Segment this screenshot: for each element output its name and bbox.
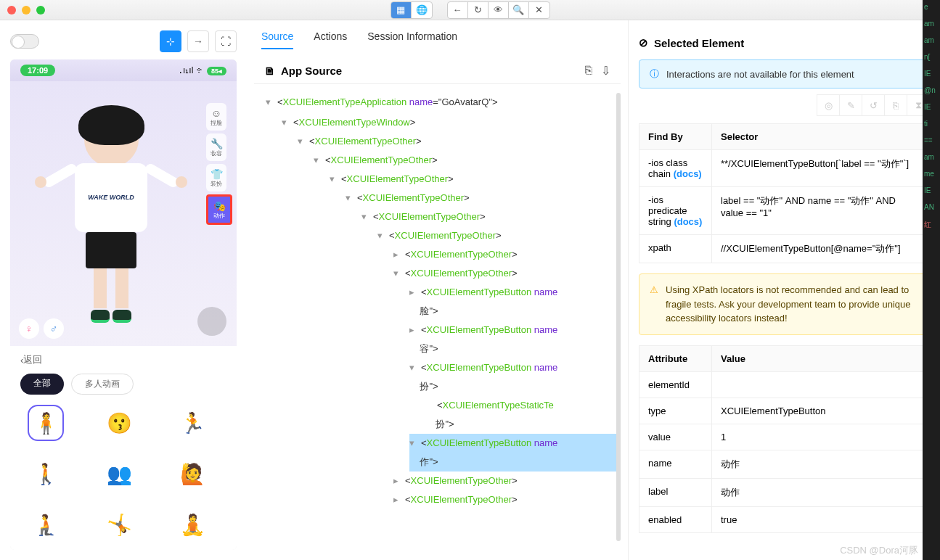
document-icon: 🗎 [264,65,275,77]
avatar-body: WAKE WORLD [75,163,147,232]
minimize-window-button[interactable] [22,6,30,15]
male-button[interactable]: ♂ [44,318,64,339]
copy-xml-button[interactable]: ⎘ [585,64,592,78]
globe-button[interactable]: 🌐 [412,2,432,18]
pose-run-icon[interactable]: 🏃 [175,405,211,441]
tree-node-other[interactable]: ▾<XCUIElementTypeOther> [346,189,616,207]
tree-node-other[interactable]: ▾<XCUIElementTypeOther> [330,170,616,189]
watermark: CSDN @Dora河豚 [840,544,918,557]
close-window-button[interactable] [7,6,16,15]
view-mode-group: ▦ 🌐 [391,1,433,19]
tree-node-other[interactable]: ▾<XCUIElementTypeOther> [361,207,616,226]
pose-kneel-icon[interactable]: 🧎 [28,506,64,543]
tab-source[interactable]: Source [261,30,293,49]
face-tool-icon[interactable]: ☺捏脸 [206,103,226,131]
pose-kiss-icon[interactable]: 😗 [101,405,137,441]
download-xml-button[interactable]: ⇩ [601,64,610,78]
tap-button[interactable]: ◎ [817,94,840,116]
pose-flip-icon[interactable]: 🤸 [101,506,137,543]
pill-all[interactable]: 全部 [20,374,64,395]
dress-tool-icon[interactable]: 👕装扮 [206,164,226,192]
attributes-table: Attribute Value elementId typeXCUIElemen… [639,345,930,533]
side-tool-icons: ☺捏脸 🔧妆容 👕装扮 🎭动作 [206,103,229,225]
gender-buttons: ♀ ♂ [19,318,64,339]
element-actions: ◎ ✎ ↺ ⎘ ⧗ [639,94,930,116]
back-row[interactable]: ‹ 返回 [20,353,226,366]
makeup-tool-icon[interactable]: 🔧妆容 [206,133,226,161]
nav-group: ← ↻ 👁 🔍 ✕ [447,1,550,19]
eye-button[interactable]: 👁 [489,2,509,18]
copy-button[interactable]: ⎘ [884,94,907,116]
tree-node-button-selected[interactable]: ▾<XCUIElementTypeButton name 作"> [409,434,616,472]
tab-actions[interactable]: Actions [314,30,347,49]
table-row: label动作 [639,478,930,506]
tree-node-other[interactable]: ▸<XCUIElementTypeOther> [393,472,616,490]
female-button[interactable]: ♀ [19,318,39,339]
status-indicators: ᎐ı₁ıl ᯤ 85◂ [179,65,226,75]
table-row: typeXCUIElementTypeButton [639,398,930,424]
search-button[interactable]: 🔍 [509,2,529,18]
status-time: 17:09 [20,65,55,76]
pose-stand-icon[interactable]: 🧍 [28,405,64,441]
clear-button[interactable]: ↺ [862,94,885,116]
table-row: -ios predicate string (docs) label == "动… [639,187,930,235]
pose-raise-icon[interactable]: 🙋 [175,456,211,492]
info-alert: ⓘ Interactions are not available for thi… [639,59,930,88]
selected-element-title: Selected Element [654,37,744,49]
mjpeg-toggle[interactable] [10,34,39,49]
main-tabs: Source Actions Session Information [254,30,621,58]
tree-node-button[interactable]: ▸<XCUIElementTypeButton name 脸"> [409,283,616,321]
close-session-button[interactable]: ✕ [529,2,549,18]
maximize-window-button[interactable] [36,6,45,15]
send-keys-button[interactable]: ✎ [839,94,862,116]
table-row: name动作 [639,450,930,478]
source-tree[interactable]: ▾<XCUIElementTypeApplication name="GoAva… [254,84,621,550]
tab-session-info[interactable]: Session Information [367,30,457,49]
app-window: ▦ 🌐 ← ↻ 👁 🔍 ✕ ⊹ → ⛶ [0,0,940,560]
tree-node-button[interactable]: ▸<XCUIElementTypeButton name 容"> [409,321,616,358]
code-editor-sliver: eamam n[IE@n IEti== amme IEAN红 [923,0,940,560]
tree-node-other[interactable]: ▾<XCUIElementTypeOther> [314,151,616,170]
docs-link[interactable]: (docs) [674,168,702,179]
value-header: Value [712,345,930,371]
selector-header: Selector [712,124,930,150]
tree-node-other[interactable]: ▾<XCUIElementTypeOther> [393,264,616,283]
docs-link[interactable]: (docs) [674,216,702,227]
center-toolbar: ▦ 🌐 ← ↻ 👁 🔍 ✕ [391,1,550,19]
pose-grid: 🧍 😗 🏃 🚶 👥 🙋 🧎 🤸 🧘 [20,405,226,543]
attribute-header: Attribute [639,345,712,371]
table-row: -ios class chain (docs) **/XCUIElementTy… [639,150,930,187]
selected-element-panel: ⊘ Selected Element ⓘ Interactions are no… [628,20,940,560]
pose-walk-icon[interactable]: 🚶 [28,456,64,492]
findby-header: Find By [639,124,712,150]
avatar-head [84,112,139,167]
tree-node-window[interactable]: ▾<XCUIElementTypeWindow> [282,113,616,132]
info-icon: ⓘ [650,67,659,81]
device-toolbar: ⊹ → ⛶ [10,30,237,52]
pose-group-icon[interactable]: 👥 [101,456,137,492]
pill-multi[interactable]: 多人动画 [71,374,134,395]
tag-icon: ⊘ [639,36,648,49]
tree-node-other[interactable]: ▾<XCUIElementTypeOther> [298,132,616,151]
joystick-icon[interactable] [197,307,226,336]
device-panel: ⊹ → ⛶ 17:09 ᎐ı₁ıl ᯤ 85◂ WAKE WORLD [0,20,247,560]
tree-node-statictext[interactable]: <XCUIElementTypeStaticTe 扮"> [425,396,616,434]
xpath-warning: ⚠ Using XPath locators is not recommende… [639,273,930,335]
tree-node-other[interactable]: ▾<XCUIElementTypeOther> [377,226,616,245]
pose-yoga-icon[interactable]: 🧘 [175,506,211,543]
select-element-button[interactable]: ⊹ [160,30,181,52]
refresh-button[interactable]: ↻ [468,2,489,18]
device-status-bar: 17:09 ᎐ı₁ıl ᯤ 85◂ [10,59,237,81]
device-screenshot[interactable]: 17:09 ᎐ı₁ıl ᯤ 85◂ WAKE WORLD ☺捏脸 [10,59,237,550]
tree-node-application[interactable]: ▾<XCUIElementTypeApplication name="GoAva… [266,93,616,113]
back-button[interactable]: ← [448,2,468,18]
action-tool-icon-highlighted[interactable]: 🎭动作 [206,194,232,225]
tree-node-other[interactable]: ▸<XCUIElementTypeOther> [393,245,616,264]
swipe-button[interactable]: → [187,30,209,52]
grid-view-button[interactable]: ▦ [391,2,412,18]
tree-node-other[interactable]: ▸<XCUIElementTypeOther> [393,490,616,509]
scrollbar[interactable] [616,93,621,541]
tree-node-button[interactable]: ▾<XCUIElementTypeButton name 扮"> [409,358,616,396]
titlebar: ▦ 🌐 ← ↻ 👁 🔍 ✕ [0,0,940,20]
fullscreen-button[interactable]: ⛶ [215,30,237,52]
